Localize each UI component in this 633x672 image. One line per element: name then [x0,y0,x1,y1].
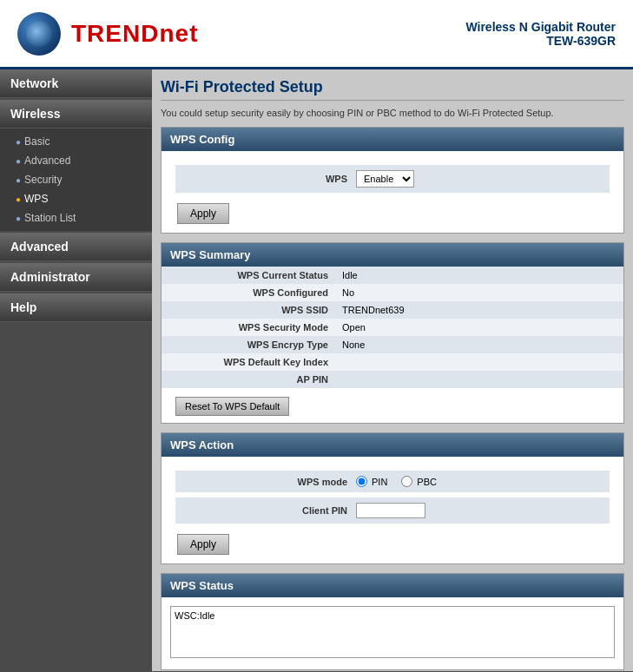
wps-summary-label-5: WPS Default Key Index [162,353,335,371]
wps-summary-row-6: AP PIN [162,371,623,388]
page-description: You could setup security easily by choos… [161,108,624,118]
logo-icon [17,12,61,56]
sidebar-item-network[interactable]: Network [0,69,152,98]
pbc-radio-label[interactable]: PBC [401,476,437,487]
brand-trend: TREND [71,20,159,47]
wps-config-row: WPS Enable Disable [175,165,610,193]
bullet-basic: ● [16,137,21,147]
wps-status-header: WPS Status [162,574,623,597]
wps-summary-value-1: No [335,284,623,301]
pin-label: PIN [372,477,387,487]
page-title: Wi-Fi Protected Setup [161,78,624,101]
wps-summary-label-6: AP PIN [162,371,335,388]
logo-inner-icon [26,21,52,47]
wps-label: WPS [182,174,356,184]
sidebar-item-security-label: Security [24,174,62,186]
pin-radio-label[interactable]: PIN [356,476,387,487]
bullet-advanced: ● [16,156,21,166]
wps-select[interactable]: Enable Disable [356,170,414,188]
wps-action-header: WPS Action [162,433,623,457]
wps-summary-table: WPS Current StatusIdleWPS ConfiguredNoWP… [162,267,623,388]
pbc-radio[interactable] [401,476,412,487]
main-layout: Network Wireless ● Basic ● Advanced ● Se… [0,69,633,671]
brand-net: net [159,20,198,47]
client-pin-label: Client PIN [182,505,356,516]
device-info: Wireless N Gigabit Router TEW-639GR [465,20,616,48]
wps-summary-label-2: WPS SSID [162,301,335,319]
sidebar-item-wireless[interactable]: Wireless [0,100,152,128]
brand-name: TRENDnet [71,20,198,48]
sidebar-item-administrator[interactable]: Administrator [0,263,152,292]
wps-summary-label-0: WPS Current Status [162,267,335,284]
sidebar-item-help[interactable]: Help [0,293,152,322]
bullet-security: ● [16,175,21,185]
wps-summary-value-0: Idle [335,267,623,284]
wps-summary-header: WPS Summary [162,243,623,267]
sidebar-item-wps[interactable]: ● WPS [0,189,152,208]
wps-status-textarea[interactable]: WSC:Idle [170,606,615,658]
sidebar-section-advanced: Advanced [0,233,152,261]
wps-summary-value-3: Open [335,319,623,336]
bullet-wps: ● [16,194,21,204]
wps-mode-label: WPS mode [182,477,356,487]
wps-summary-row-5: WPS Default Key Index [162,353,623,371]
wps-summary-row-3: WPS Security ModeOpen [162,319,623,336]
sidebar-section-network: Network [0,69,152,98]
sidebar-item-station-list[interactable]: ● Station List [0,208,152,227]
wps-summary-body: WPS Current StatusIdleWPS ConfiguredNoWP… [162,267,623,423]
wps-action-apply-button[interactable]: Apply [177,534,229,555]
wps-summary-row-1: WPS ConfiguredNo [162,284,623,301]
sidebar-item-security[interactable]: ● Security [0,170,152,189]
sidebar-item-basic[interactable]: ● Basic [0,132,152,151]
header: TRENDnet Wireless N Gigabit Router TEW-6… [0,0,633,69]
pin-radio[interactable] [356,476,367,487]
wps-summary-row-0: WPS Current StatusIdle [162,267,623,284]
wps-summary-value-6 [335,371,623,388]
wps-action-section: WPS Action WPS mode PIN PBC [161,432,624,564]
client-pin-row: Client PIN [175,497,610,524]
device-name: Wireless N Gigabit Router [465,20,616,34]
wps-summary-row-2: WPS SSIDTRENDnet639 [162,301,623,319]
wps-status-section: WPS Status WSC:Idle [161,573,624,670]
logo-area: TRENDnet [17,12,198,56]
wps-mode-radio-group: PIN PBC [356,476,437,487]
sidebar-item-basic-label: Basic [24,135,49,148]
wps-mode-row: WPS mode PIN PBC [175,471,610,492]
client-pin-input[interactable] [356,503,425,518]
device-model: TEW-639GR [465,34,616,48]
wps-summary-section: WPS Summary WPS Current StatusIdleWPS Co… [161,242,624,424]
sidebar-item-advanced-section[interactable]: Advanced [0,233,152,261]
wps-action-body: WPS mode PIN PBC Client PIN [162,457,623,563]
wps-config-apply-button[interactable]: Apply [177,203,229,224]
sidebar-item-advanced-label: Advanced [24,155,70,167]
wps-config-section: WPS Config WPS Enable Disable Apply [161,127,624,234]
pbc-label: PBC [417,477,437,487]
wps-summary-label-4: WPS Encryp Type [162,336,335,353]
sidebar: Network Wireless ● Basic ● Advanced ● Se… [0,69,152,671]
wireless-submenu: ● Basic ● Advanced ● Security ● WPS ● [0,128,152,231]
sidebar-item-advanced[interactable]: ● Advanced [0,151,152,170]
wps-config-header: WPS Config [162,128,623,151]
wps-summary-value-2: TRENDnet639 [335,301,623,319]
sidebar-section-wireless: Wireless ● Basic ● Advanced ● Security ●… [0,100,152,231]
wps-summary-label-1: WPS Configured [162,284,335,301]
bullet-station-list: ● [16,214,21,223]
sidebar-section-administrator: Administrator [0,263,152,292]
wps-config-body: WPS Enable Disable Apply [162,151,623,233]
wps-summary-label-3: WPS Security Mode [162,319,335,336]
sidebar-item-station-list-label: Station List [24,212,76,224]
wps-summary-value-5 [335,353,623,371]
wps-status-body: WSC:Idle [162,597,623,669]
sidebar-section-help: Help [0,293,152,322]
reset-wps-default-button[interactable]: Reset To WPS Default [175,397,289,416]
content-area: Wi-Fi Protected Setup You could setup se… [152,69,633,671]
wps-summary-row-4: WPS Encryp TypeNone [162,336,623,353]
wps-summary-value-4: None [335,336,623,353]
sidebar-item-wps-label: WPS [24,193,48,205]
